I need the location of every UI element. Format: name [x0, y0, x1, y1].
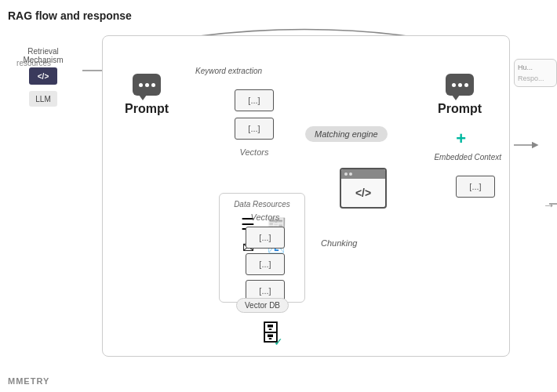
db-check-icon: ✓: [274, 336, 283, 348]
prompt-left: Prompt: [125, 74, 169, 116]
response-label: Respo...: [518, 74, 553, 82]
prompt-right-label: Prompt: [438, 102, 482, 116]
vectors-bottom-label: Vectors: [246, 212, 285, 222]
vector-box-b2: [...]: [246, 253, 285, 275]
prompt-left-label: Prompt: [125, 102, 169, 116]
prompt-chat-bubble: [133, 74, 161, 96]
response-box: Hu... Respo...: [514, 59, 557, 87]
vector-box-b1: [...]: [246, 227, 285, 249]
vector-box-2: [...]: [235, 118, 274, 140]
embedded-context-label: Embedded Context: [434, 152, 501, 163]
vectors-top-label: Vectors: [235, 147, 274, 157]
main-flow-box: Prompt Keyword extraction [...] [...] Ve…: [102, 35, 510, 357]
retrieval-mechanism-box: RetrievalMechanism </> LLM: [8, 47, 78, 107]
matching-engine-label: Matching engine: [305, 126, 388, 142]
retrieval-label: RetrievalMechanism: [8, 47, 78, 64]
page-title: RAG flow and response: [8, 9, 132, 22]
embedded-vector-box: [...]: [456, 176, 495, 198]
code-window-symbol: </>: [341, 179, 385, 207]
vector-db-label: Vector DB: [236, 298, 289, 313]
final-arrow: →: [543, 198, 555, 212]
bottom-vectors-group: Vectors [...] [...] [...]: [246, 212, 285, 302]
prompt-right: Prompt: [438, 74, 482, 116]
llm-tag: LLM: [29, 91, 57, 107]
chunking-label: Chunking: [321, 238, 357, 248]
plus-icon: +: [456, 129, 466, 149]
keyword-extraction-label: Keyword extraction: [195, 66, 262, 76]
vector-box-1: [...]: [235, 89, 274, 111]
code-tag-icon: </>: [29, 67, 57, 85]
prompt-right-bubble: [446, 74, 474, 96]
code-window-central: </>: [340, 168, 387, 209]
watermark: MMETRY: [8, 376, 49, 386]
hu-label: Hu...: [518, 64, 553, 71]
top-vectors-group: [...] [...] Vectors: [235, 89, 274, 157]
data-resources-label: Data Resources: [234, 200, 290, 209]
